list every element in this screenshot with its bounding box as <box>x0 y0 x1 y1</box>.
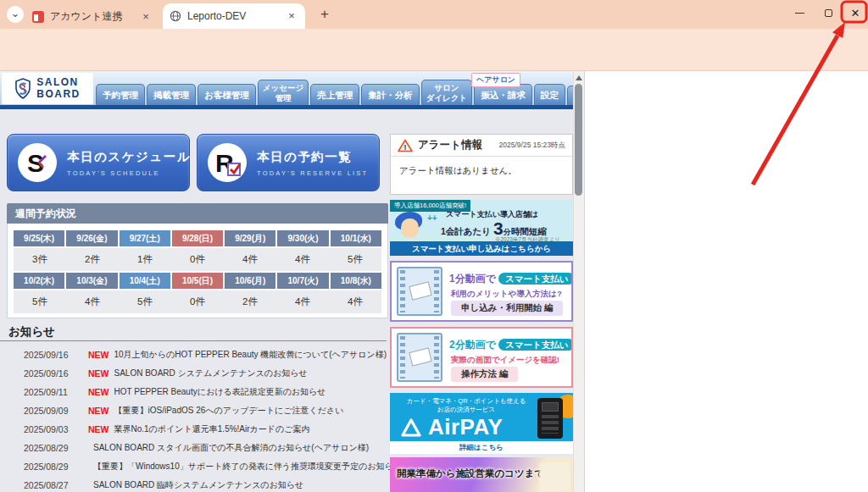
day-header: 9/29(月) <box>225 230 275 246</box>
film-strip-icon <box>397 333 442 382</box>
svg-text:S: S <box>27 149 44 177</box>
bookmarks-bar: » すべてのブックマーク <box>0 53 868 71</box>
reservation-count: 2件 <box>66 248 119 271</box>
svg-text:!: ! <box>404 142 407 151</box>
alert-info-box: ! アラート情報 2025/9/25 15:23時点 アラート情報はありません。 <box>390 134 573 195</box>
browser-toolbar: ← → ⟳ crmdev.leporto.com/l ☆ ⋮ <box>0 29 868 53</box>
todays-schedule-button[interactable]: S 本日のスケジュール TODAY'S SCHEDULE <box>7 134 190 191</box>
banner-prefix: 2分動画で <box>449 339 496 351</box>
airpay-logo-text: AirPAY <box>428 414 503 440</box>
news-section-title: お知らせ <box>8 324 55 340</box>
airpay-banner[interactable]: カード・電マネ・QR・ポイントも使える お店の決済サービス AirPAY 詳細は… <box>390 393 573 454</box>
nav-tab-billing[interactable]: 振込・請求 <box>474 84 532 105</box>
globe-icon <box>170 10 181 22</box>
reservation-count: 5件 <box>14 290 66 313</box>
day-header: 10/3(金) <box>66 273 117 289</box>
window-minimize-button[interactable] <box>785 0 814 26</box>
scrollbar-up-arrow[interactable] <box>576 75 582 80</box>
nav-tab-reservation[interactable]: 予約管理 <box>96 84 145 105</box>
reservation-count: 2件 <box>224 290 276 313</box>
tab-leporto-dev[interactable]: Leporto-DEV × <box>163 3 305 29</box>
salon-header-strip <box>0 105 573 109</box>
day-header: 9/26(金) <box>66 230 117 246</box>
tab-label: アカウント連携 <box>50 9 133 24</box>
weekly-reservations-table: 9/25(木) 9/26(金) 9/27(土) 9/28(日) 9/29(月) … <box>7 224 388 318</box>
video-banner-1min[interactable]: 1分動画でスマート支払い 利用のメリットや導入方法は? 申し込み・利用開始 編 <box>390 261 573 322</box>
banner-cta[interactable]: スマート支払い申し込みはこちらから <box>390 241 573 256</box>
video-banner-2min[interactable]: 2分動画でスマート支払い 実際の画面でイメージを確認! 操作方法 編 <box>390 327 573 388</box>
quick-button-title: 本日の予約一覧 <box>257 149 368 165</box>
nav-tab-customers[interactable]: お客様管理 <box>198 84 256 105</box>
smart-pay-pill: スマート支払い <box>498 339 573 351</box>
airpay-triangle-icon <box>400 417 422 438</box>
banner-label: 操作方法 編 <box>451 367 518 382</box>
day-header: 9/25(木) <box>14 230 64 246</box>
extension-panel <box>584 71 868 492</box>
day-header: 10/6(月) <box>225 273 275 289</box>
banner-decoration <box>539 462 570 491</box>
close-icon[interactable]: × <box>285 9 298 23</box>
day-header: 10/2(木) <box>14 273 64 289</box>
sparkle-icon: ++ <box>427 213 437 223</box>
schedule-clock-icon: S <box>18 143 57 182</box>
new-tab-button[interactable]: + <box>315 5 334 24</box>
alert-empty-message: アラート情報はありません。 <box>391 157 572 185</box>
day-header: 10/7(火) <box>277 273 328 289</box>
reservation-count: 4件 <box>66 290 119 313</box>
reservation-count: 1件 <box>119 248 171 271</box>
scrollbar-thumb[interactable] <box>575 84 582 196</box>
window-close-button[interactable]: ✕ <box>843 0 868 26</box>
day-header-saturday: 10/4(土) <box>120 273 170 289</box>
nav-tab-analytics[interactable]: 集計・分析 <box>361 84 420 105</box>
smart-pay-banner[interactable]: 導入店舗16,000店舗突破! ++ スマート支払い導入店舗は 1会計あたり 3… <box>390 200 573 256</box>
reservation-count: 3件 <box>14 248 66 271</box>
warning-icon: ! <box>398 139 413 152</box>
tab-account-link[interactable]: アカウント連携 × <box>25 4 159 29</box>
day-header: 10/8(水) <box>331 273 381 289</box>
alert-timestamp: 2025/9/25 15:23時点 <box>499 141 565 151</box>
nav-tab-settings[interactable]: 設定 <box>534 84 565 105</box>
tab-favicon-leporto <box>32 11 44 23</box>
tab-strip: ⌄ アカウント連携 × Leporto-DEV × + ✕ <box>0 0 868 29</box>
banner-description: 実際の画面でイメージを確認! <box>451 355 559 366</box>
reservation-count: 5件 <box>329 248 381 271</box>
window-maximize-button[interactable] <box>814 0 843 26</box>
alert-title: アラート情報 <box>418 138 482 152</box>
day-header-saturday: 9/27(土) <box>120 230 170 246</box>
weekly-reservations-header: 週間予約状況 <box>7 203 388 224</box>
smart-pay-pill: スマート支払い <box>498 273 573 285</box>
film-strip-icon <box>397 267 442 316</box>
banner-line2: お店の決済サービス <box>390 406 542 414</box>
reservation-count: 0件 <box>171 290 224 313</box>
opening-support-banner[interactable]: 開業準備から施設営業のコツまで <box>390 457 573 492</box>
nav-tab-listing[interactable]: 掲載管理 <box>147 84 196 105</box>
tab-label: Leporto-DEV <box>187 10 279 22</box>
salon-board-logo-text: SALON BOARD <box>36 77 81 101</box>
nav-tab-salon-direct[interactable]: サロンダイレクト <box>421 80 473 105</box>
day-header: 10/1(水) <box>331 230 381 246</box>
day-header-sunday: 10/5(日) <box>172 273 223 289</box>
salon-board-logo[interactable]: SALON BOARD <box>2 73 93 104</box>
hair-salon-badge: ヘアサロン <box>471 73 520 87</box>
day-header-sunday: 9/28(日) <box>172 230 223 246</box>
day-header: 9/30(火) <box>277 230 328 246</box>
reservation-count: 4件 <box>276 248 329 271</box>
reservation-count: 4件 <box>276 290 329 313</box>
reserve-list-icon: R <box>208 143 247 182</box>
banner-cta[interactable]: 詳細はこちら <box>390 441 573 454</box>
reservation-count: 4件 <box>329 290 381 313</box>
reservation-count: 4件 <box>224 248 276 271</box>
banner-label: 申し込み・利用開始 編 <box>451 301 563 316</box>
quick-button-subtitle: TODAY'S SCHEDULE <box>67 169 191 177</box>
browser-window: ⌄ アカウント連携 × Leporto-DEV × + ✕ ← → ⟳ <box>0 0 868 492</box>
banner-line1: カード・電マネ・QR・ポイントも使える <box>390 397 542 406</box>
nav-tab-message[interactable]: メッセージ管理 <box>258 80 309 105</box>
banner-description: 利用のメリットや導入方法は? <box>451 289 562 300</box>
nav-tab-sales[interactable]: 売上管理 <box>310 84 359 105</box>
reservation-count: 5件 <box>119 290 171 313</box>
close-icon[interactable]: × <box>139 10 153 24</box>
salon-board-shield-icon <box>14 78 31 100</box>
todays-reserve-list-button[interactable]: R 本日の予約一覧 TODAY'S RESERVE LIST <box>197 134 380 191</box>
tab-search-icon[interactable]: ⌄ <box>7 6 24 23</box>
banner-prefix: 1分動画で <box>449 273 496 285</box>
